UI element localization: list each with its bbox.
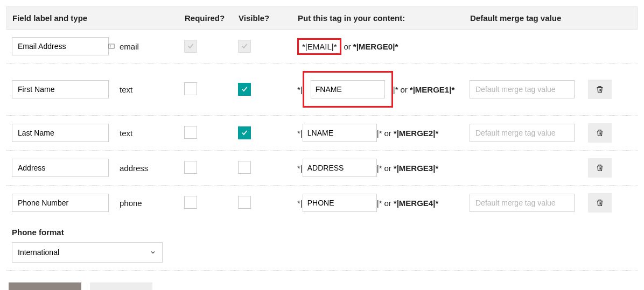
- visible-checkbox[interactable]: [238, 126, 251, 139]
- tag-or-text: or: [344, 42, 351, 51]
- tag-or-text: or: [400, 85, 407, 94]
- svg-rect-0: [109, 44, 115, 48]
- tag-prefix: *|: [297, 85, 303, 94]
- header-default: Default merge tag value: [470, 13, 589, 23]
- delete-field-button[interactable]: [588, 123, 612, 143]
- tag-prefix: *|: [297, 129, 303, 138]
- trash-icon: [596, 163, 604, 173]
- header-tag: Put this tag in your content:: [298, 13, 470, 23]
- delete-field-button[interactable]: [588, 193, 612, 213]
- delete-field-button[interactable]: [588, 80, 612, 99]
- merge-tag-text: *|MERGE3|*: [394, 164, 438, 173]
- required-checkbox[interactable]: [184, 161, 197, 174]
- tag-input[interactable]: [303, 159, 377, 177]
- merge-tag-text: *|MERGE2|*: [394, 129, 438, 138]
- required-checkbox[interactable]: [184, 126, 197, 139]
- tag-input[interactable]: [311, 80, 385, 98]
- table-row: text *| |* or *|MERGE1|*: [6, 63, 638, 116]
- trash-icon: [596, 84, 604, 94]
- field-label-input[interactable]: [12, 124, 109, 142]
- required-checkbox[interactable]: [184, 82, 197, 95]
- tag-or-text: or: [384, 164, 391, 173]
- visible-checkbox: [238, 40, 251, 53]
- tag-or-text: or: [384, 199, 391, 208]
- tag-prefix: *|: [297, 164, 303, 173]
- field-type: email: [120, 42, 184, 51]
- tag-input[interactable]: [303, 124, 377, 142]
- tag-suffix: |*: [393, 85, 398, 94]
- tag-suffix: |*: [377, 199, 382, 208]
- visible-checkbox[interactable]: [238, 196, 251, 209]
- phone-format-section: Phone format International: [6, 220, 638, 271]
- add-field-button[interactable]: Add A Field: [90, 282, 152, 290]
- field-label-input[interactable]: [12, 80, 109, 98]
- field-type: address: [120, 164, 184, 173]
- table-row: email *|EMAIL|* or *|MERGE0|*: [6, 30, 638, 63]
- merge-tag-text: *|MERGE1|*: [410, 85, 454, 94]
- tag-or-text: or: [384, 129, 391, 138]
- header-required: Required?: [185, 13, 239, 23]
- trash-icon: [596, 128, 604, 138]
- visible-checkbox[interactable]: [238, 83, 251, 96]
- field-type: text: [120, 85, 184, 94]
- text-box-icon: [108, 43, 115, 50]
- table-row: address *| |* or *|MERGE3|*: [6, 151, 638, 186]
- required-checkbox[interactable]: [184, 196, 197, 209]
- tag-input[interactable]: [303, 194, 377, 212]
- tag-prefix: *|: [297, 199, 303, 208]
- visible-checkbox[interactable]: [238, 161, 251, 174]
- tag-suffix: |*: [377, 129, 382, 138]
- table-row: phone *| |* or *|MERGE4|*: [6, 186, 638, 220]
- highlight-annotation: [303, 71, 393, 108]
- delete-field-button[interactable]: [588, 158, 612, 178]
- default-value-input[interactable]: [470, 80, 575, 98]
- field-label-input[interactable]: [12, 37, 109, 55]
- footer-buttons: Save Changes Add A Field: [6, 271, 638, 290]
- tag-text: *|EMAIL|*: [302, 42, 337, 51]
- merge-fields-table: Field label and type Required? Visible? …: [6, 6, 638, 271]
- field-type: phone: [120, 199, 184, 208]
- default-value-input[interactable]: [470, 124, 575, 142]
- phone-format-select[interactable]: International: [12, 242, 163, 263]
- highlight-annotation: *|EMAIL|*: [297, 38, 341, 55]
- trash-icon: [596, 198, 604, 208]
- field-label-input[interactable]: [12, 194, 109, 212]
- tag-suffix: |*: [377, 164, 382, 173]
- save-changes-button[interactable]: Save Changes: [9, 282, 81, 290]
- header-visible: Visible?: [239, 13, 298, 23]
- table-row: text *| |* or *|MERGE2|*: [6, 116, 638, 151]
- default-value-input[interactable]: [470, 194, 575, 212]
- phone-format-label: Phone format: [12, 228, 632, 237]
- merge-tag-text: *|MERGE0|*: [353, 42, 398, 51]
- header-field-label: Field label and type: [12, 13, 185, 23]
- table-header-row: Field label and type Required? Visible? …: [6, 6, 638, 30]
- field-label-input[interactable]: [12, 159, 109, 177]
- merge-tag-text: *|MERGE4|*: [394, 199, 438, 208]
- field-type: text: [120, 129, 184, 138]
- required-checkbox: [184, 40, 197, 53]
